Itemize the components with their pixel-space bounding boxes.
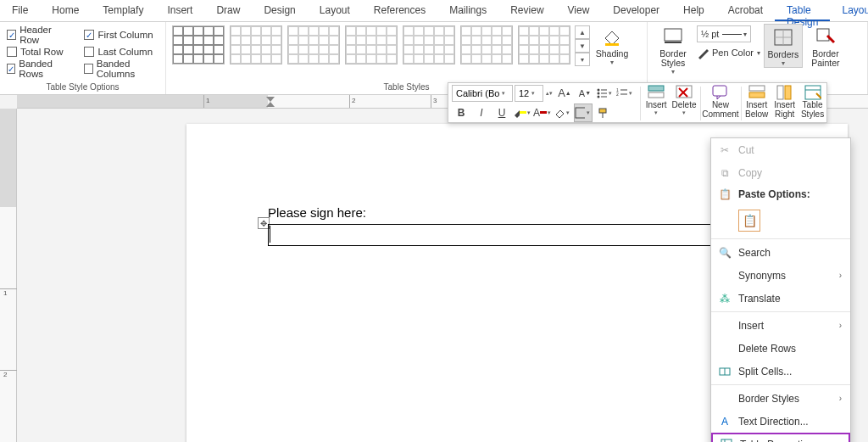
font-select[interactable]: Calibri (Bo▾ (452, 85, 513, 102)
text-direction-icon: A (718, 415, 732, 428)
table-style-thumb[interactable] (345, 25, 398, 64)
svg-rect-29 (749, 92, 765, 98)
search-icon: 🔍 (718, 246, 732, 260)
insert-rows-icon (648, 85, 665, 100)
grow-font-button[interactable]: A▲ (555, 84, 574, 103)
svg-point-13 (598, 95, 600, 98)
chk-total-row[interactable]: Total Row (5, 44, 70, 59)
document-text[interactable]: Please sign here: (268, 205, 366, 220)
svg-rect-0 (605, 43, 619, 46)
chk-header-row[interactable]: ✓Header Row (5, 27, 70, 42)
ctx-translate[interactable]: ⁂Translate (711, 287, 850, 310)
svg-point-11 (598, 92, 600, 94)
chk-first-column[interactable]: ✓First Column (82, 27, 160, 42)
mini-delete-button[interactable]: Delete▾ (670, 83, 698, 122)
ctx-table-properties[interactable]: Table Properties... (711, 433, 850, 442)
ctx-synonyms[interactable]: Synonyms› (711, 264, 850, 287)
tab-acrobat[interactable]: Acrobat (716, 0, 775, 21)
border-styles-icon (662, 25, 684, 48)
borders-icon (772, 26, 794, 48)
table-style-thumb[interactable] (518, 25, 570, 64)
table-style-thumb[interactable] (403, 25, 455, 64)
chevron-right-icon: › (839, 394, 842, 403)
svg-rect-28 (749, 86, 765, 91)
table-style-thumb[interactable] (287, 25, 340, 64)
insert-right-button[interactable]: Insert Right (771, 83, 798, 122)
numbering-button[interactable]: 12▾ (616, 84, 635, 103)
italic-button[interactable]: I (472, 104, 491, 122)
tab-layout[interactable]: Layout (308, 0, 362, 21)
mini-insert-button[interactable]: Insert▾ (643, 83, 670, 122)
ctx-cut[interactable]: ✂Cut (711, 138, 850, 161)
paste-keep-source-button[interactable]: 📋 (738, 210, 760, 232)
tab-home[interactable]: Home (40, 0, 91, 21)
tab-file[interactable]: File (0, 0, 40, 21)
tab-mailings[interactable]: Mailings (437, 0, 498, 21)
new-comment-button[interactable]: New Comment (702, 83, 738, 122)
gallery-spinner[interactable]: ▲▼▾ (575, 25, 590, 66)
table-style-thumb[interactable] (172, 25, 225, 64)
pen-weight-select[interactable]: ½ pt▾ (697, 25, 760, 42)
ctx-split-cells[interactable]: Split Cells... (711, 360, 850, 383)
chk-last-column[interactable]: Last Column (82, 44, 160, 59)
tab-review[interactable]: Review (498, 0, 555, 21)
delete-rows-icon (676, 85, 693, 100)
insert-right-icon (776, 85, 793, 100)
vertical-ruler[interactable]: 1 2 3 (0, 109, 17, 442)
format-painter-button[interactable] (594, 104, 613, 122)
group-table-style-options: ✓Header Row Total Row ✓Banded Rows ✓Firs… (0, 22, 166, 94)
tab-view[interactable]: View (556, 0, 602, 21)
bold-button[interactable]: B (452, 104, 470, 122)
shading-button[interactable]: Shading▾ (593, 24, 631, 66)
tab-references[interactable]: References (362, 0, 437, 21)
svg-point-9 (598, 88, 600, 91)
highlight-button[interactable]: ▾ (513, 104, 531, 122)
tab-draw[interactable]: Draw (204, 0, 252, 21)
tab-insert[interactable]: Insert (155, 0, 204, 21)
font-size-select[interactable]: 12▾ (515, 85, 543, 102)
borders-mini-button[interactable]: ▾ (574, 104, 593, 122)
ctx-text-direction[interactable]: AText Direction... (711, 410, 850, 433)
table-properties-icon (720, 438, 733, 443)
tab-layout-context[interactable]: Layout (830, 0, 868, 21)
group-label-style-options: Table Style Options (5, 81, 160, 94)
insert-below-button[interactable]: Insert Below (743, 83, 771, 122)
ctx-insert[interactable]: Insert› (711, 314, 850, 337)
text-cursor (270, 226, 270, 243)
svg-rect-36 (721, 439, 732, 443)
chk-banded-columns[interactable]: Banded Columns (82, 61, 160, 76)
border-styles-button[interactable]: Border Styles▾ (653, 24, 693, 76)
shrink-font-button[interactable]: A▼ (576, 84, 594, 103)
chk-banded-rows[interactable]: ✓Banded Rows (5, 61, 70, 76)
tab-developer[interactable]: Developer (601, 0, 671, 21)
svg-text:2: 2 (616, 92, 619, 97)
ctx-copy[interactable]: ⧉Copy (711, 161, 850, 184)
tab-templafy[interactable]: Templafy (91, 0, 155, 21)
border-painter-icon (815, 25, 837, 48)
tab-design[interactable]: Design (252, 0, 307, 21)
font-size-step-icon[interactable]: ▴▾ (545, 90, 554, 97)
table-style-thumb[interactable] (460, 25, 513, 64)
mini-table-styles-button[interactable]: Table Styles (798, 83, 826, 122)
svg-rect-6 (817, 29, 829, 41)
font-color-button[interactable]: A▾ (533, 104, 552, 122)
underline-button[interactable]: U (492, 104, 511, 122)
shading-mini-button[interactable]: ▾ (554, 104, 572, 122)
svg-rect-32 (805, 86, 821, 99)
pen-color-button[interactable]: Pen Color▾ (697, 44, 760, 61)
tab-table-design[interactable]: Table Design (775, 0, 830, 21)
table-style-thumb[interactable] (230, 25, 282, 64)
svg-rect-20 (599, 109, 606, 113)
ctx-border-styles[interactable]: Border Styles› (711, 387, 850, 410)
indent-marker-icon[interactable] (264, 95, 276, 109)
bullets-button[interactable]: ▾ (596, 84, 615, 103)
svg-rect-19 (576, 108, 585, 118)
ctx-paste-options: 📋Paste Options: 📋 (711, 184, 850, 237)
border-painter-button[interactable]: Border Painter (806, 24, 845, 68)
ctx-delete-rows[interactable]: Delete Rows (711, 337, 850, 360)
borders-button[interactable]: Borders▾ (764, 24, 803, 68)
ctx-search[interactable]: 🔍Search (711, 241, 850, 264)
svg-rect-27 (713, 86, 726, 96)
tab-help[interactable]: Help (671, 0, 716, 21)
svg-rect-1 (665, 29, 682, 41)
